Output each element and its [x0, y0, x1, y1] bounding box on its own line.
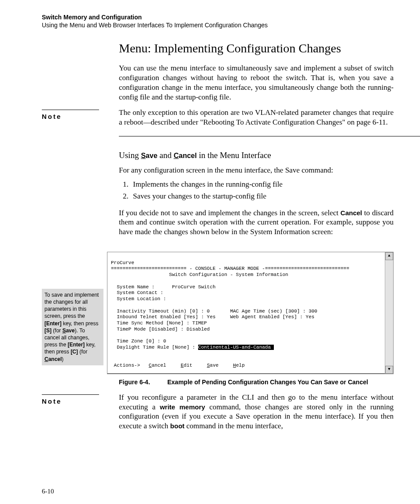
inactivity: Inactivity Timeout (min) [0] : 0 [117, 309, 210, 314]
scrollbar[interactable]: ▲ ▼ [385, 252, 393, 374]
rule [119, 136, 420, 136]
s-key: [S] [44, 327, 52, 334]
subheading-cancel-u: C [173, 152, 179, 159]
figure-number: Figure 6-4. [119, 379, 167, 386]
timep-mode: TimeP Mode [Disabled] : Disabled [117, 327, 210, 332]
section-block: Menu: Implementing Configuration Changes… [42, 41, 394, 108]
daylight-value: Continental-US-and-Canada [198, 345, 274, 350]
web-agent: Web Agent Enabled [Yes] : Yes [230, 314, 314, 320]
note-2: Note If you reconfigure a parameter in t… [42, 393, 394, 437]
subheading-save-rest: ave [146, 152, 158, 159]
sys-contact: System Contact : [117, 290, 163, 295]
figure-row: To save and implement the changes for al… [42, 252, 394, 374]
console-mode: - CONSOLE - MANAGER MODE - [189, 266, 265, 271]
daylight-label: Daylight Time Rule [None] : [117, 345, 198, 350]
cancel-paragraph: If you decide not to save and implement … [119, 208, 394, 237]
section-intro: You can use the menu interface to simult… [119, 63, 394, 102]
step-2: Saves your changes to the startup-config… [130, 191, 394, 202]
callout-box: To save and implement the changes for al… [42, 289, 103, 365]
scroll-down-button[interactable]: ▼ [385, 366, 393, 374]
step-1: Implements the changes in the running-co… [130, 179, 394, 190]
note-label-1: Note [42, 110, 99, 120]
sys-location: System Location : [117, 296, 166, 302]
note-1-text: The only exception to this operation are… [119, 108, 394, 127]
subheading-mid: and [158, 151, 174, 160]
mac-age: MAC Age Time (sec) [300] : 300 [230, 309, 317, 314]
figure-caption: Figure 6-4. Example of Pending Configura… [119, 379, 394, 386]
c-key: [C] [70, 349, 78, 355]
sys-name-value: ProCurve Switch [172, 284, 216, 290]
time-sync: Time Sync Method [None] : TIMEP [117, 320, 207, 326]
page: Switch Memory and Configuration Using th… [0, 0, 420, 504]
cancel-bold: Cancel [340, 209, 362, 217]
running-header: Switch Memory and Configuration Using th… [42, 13, 394, 29]
figure-caption-text: Example of Pending Configuration Changes… [167, 379, 394, 386]
steps-list: Implements the changes in the running-co… [119, 179, 394, 202]
note-label-2: Note [42, 394, 99, 405]
telnet: Inbound Telnet Enabled [Yes] : Yes [117, 314, 215, 320]
scroll-up-button[interactable]: ▲ [385, 252, 393, 260]
write-memory-bold: write memory [160, 403, 205, 411]
section-title: Menu: Implementing Configuration Changes [119, 41, 394, 55]
subheading-save-u: S [141, 152, 146, 159]
save-intro: For any configuration screen in the menu… [119, 166, 394, 175]
note-2-text: If you reconfigure a parameter in the CL… [119, 393, 394, 431]
subheading-row: Using Save and Cancel in the Menu Interf… [42, 141, 394, 243]
console-window: ProCurve ========================== - CO… [107, 252, 394, 374]
enter-key-1: [Enter] [44, 320, 62, 327]
subheading-cancel-rest: ancel [179, 152, 197, 159]
enter-key-2: [Enter] [68, 342, 85, 348]
time-zone: Time Zone [0] : 0 [117, 338, 166, 344]
header-title: Switch Memory and Configuration [42, 13, 394, 21]
boot-bold: boot [170, 422, 184, 430]
page-number: 6-10 [42, 488, 54, 495]
note-1: Note The only exception to this operatio… [42, 108, 394, 133]
actions-label: Actions-> [114, 363, 140, 368]
sys-name-label: System Name : [117, 284, 155, 290]
subheading-prefix: Using [119, 151, 141, 160]
console-brand: ProCurve [111, 260, 134, 265]
header-subtitle: Using the Menu and Web Browser Interface… [42, 21, 394, 29]
console-subtitle: Switch Configuration - System Informatio… [169, 272, 288, 277]
subheading: Using Save and Cancel in the Menu Interf… [119, 151, 394, 160]
subheading-suffix: in the Menu Interface [197, 151, 271, 160]
